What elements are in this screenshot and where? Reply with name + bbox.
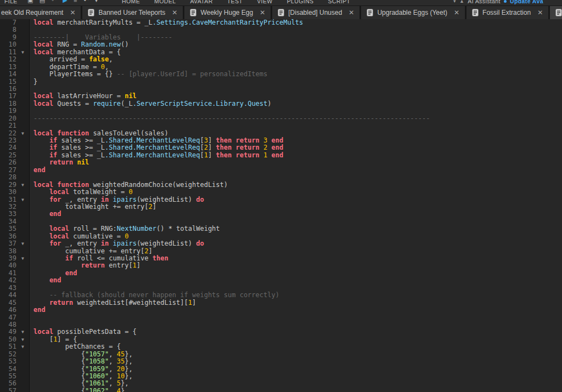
line-number[interactable]: 47 — [0, 314, 16, 321]
gutter[interactable]: 20 — [0, 115, 30, 122]
line-number[interactable]: 36 — [0, 233, 16, 240]
gutter[interactable]: 9 — [0, 34, 30, 41]
gutter[interactable]: 21 — [0, 122, 30, 129]
gutter[interactable]: 30 — [0, 189, 30, 196]
ribbon-menu-home[interactable]: HOME — [122, 0, 140, 4]
gutter[interactable]: 34 — [0, 218, 30, 225]
tab-weekly-huge-egg[interactable]: Weekly Huge Egg✕ — [184, 6, 271, 19]
line-number[interactable]: 20 — [0, 115, 16, 122]
line-number[interactable]: 53 — [0, 358, 16, 365]
line-number[interactable]: 25 — [0, 152, 16, 159]
line-number[interactable]: 11 — [0, 49, 16, 56]
gutter[interactable]: 45 — [0, 299, 30, 306]
gutter[interactable]: 57 — [0, 388, 30, 392]
close-icon[interactable]: ✕ — [260, 9, 265, 16]
line-number[interactable]: 19 — [0, 107, 16, 115]
close-icon[interactable]: ✕ — [70, 9, 75, 16]
line-number[interactable]: 26 — [0, 159, 16, 166]
line-number[interactable]: 17 — [0, 93, 16, 100]
line-number[interactable]: 40 — [0, 262, 16, 269]
gutter[interactable]: 55 — [0, 373, 30, 380]
gutter[interactable]: 52 — [0, 351, 30, 358]
fold-arrow-icon[interactable]: ▼ — [16, 181, 29, 189]
gutter[interactable]: 46 — [0, 306, 30, 314]
undo-disabled-icon[interactable]: ↶ — [52, 0, 57, 4]
tab-disabled-unused[interactable]: [Disabled] Unused✕ — [272, 6, 359, 19]
gutter[interactable]: 47 — [0, 314, 30, 321]
gutter[interactable]: 36 — [0, 233, 30, 240]
play-icon[interactable]: ▶ — [63, 0, 68, 4]
line-number[interactable]: 45 — [0, 299, 16, 306]
close-icon[interactable]: ✕ — [349, 9, 354, 16]
gutter[interactable]: 44 — [0, 292, 30, 299]
gutter[interactable]: 17 — [0, 93, 30, 100]
line-number[interactable]: 35 — [0, 225, 16, 232]
close-icon[interactable]: ✕ — [172, 9, 177, 16]
close-icon[interactable]: ✕ — [454, 9, 459, 16]
line-number[interactable]: 15 — [0, 78, 16, 86]
tab-upgradable-eggs-yeet[interactable]: Upgradable Eggs (Yeet)✕ — [361, 6, 465, 19]
ribbon-menu-script[interactable]: SCRIPT — [328, 0, 351, 4]
line-number[interactable]: 46 — [0, 306, 16, 314]
fold-arrow-icon[interactable]: ▼ — [16, 196, 29, 203]
gutter[interactable]: 25 — [0, 152, 30, 159]
line-number[interactable]: 52 — [0, 351, 16, 358]
gutter[interactable]: 16 — [0, 86, 30, 93]
ribbon-menu-plugins[interactable]: PLUGINS — [287, 0, 314, 4]
line-number[interactable]: 39 — [0, 255, 16, 262]
tab-fossil-extraction[interactable]: Fossil Extraction✕ — [467, 6, 548, 19]
gutter[interactable]: 11▼ — [0, 49, 30, 56]
line-number[interactable]: 48 — [0, 321, 16, 328]
line-number[interactable]: 32 — [0, 203, 16, 211]
line-number[interactable]: 22 — [0, 130, 16, 137]
line-number[interactable]: 43 — [0, 285, 16, 292]
close-icon[interactable]: ✕ — [537, 9, 543, 16]
gutter[interactable]: 12 — [0, 56, 30, 63]
gutter[interactable]: 26 — [0, 159, 30, 166]
line-number[interactable]: 12 — [0, 56, 16, 63]
fold-arrow-icon[interactable]: ▼ — [16, 328, 29, 336]
gutter[interactable]: 41 — [0, 270, 30, 277]
gutter[interactable]: 56 — [0, 380, 30, 387]
line-number[interactable]: 30 — [0, 189, 16, 196]
undo-icon[interactable]: ↶ — [83, 0, 89, 4]
gutter[interactable]: 8 — [0, 26, 30, 33]
gutter[interactable]: 24 — [0, 144, 30, 151]
line-number[interactable]: 31 — [0, 196, 16, 203]
gutter[interactable]: 10 — [0, 41, 30, 48]
line-number[interactable]: 23 — [0, 137, 16, 144]
fold-arrow-icon[interactable]: ▼ — [16, 240, 29, 247]
ribbon-menu-avatar[interactable]: AVATAR — [190, 0, 212, 4]
line-number[interactable]: 33 — [0, 211, 16, 218]
gutter[interactable]: 29▼ — [0, 181, 30, 189]
line-number[interactable]: 34 — [0, 218, 16, 225]
line-number[interactable]: 42 — [0, 277, 16, 284]
chevron-down-icon[interactable]: ▾ — [453, 0, 456, 4]
line-number[interactable]: 28 — [0, 174, 16, 181]
gutter[interactable]: 14 — [0, 71, 30, 78]
paste-icon[interactable]: ▤ — [40, 0, 46, 4]
gutter[interactable]: 54 — [0, 366, 30, 373]
gutter[interactable]: 49▼ — [0, 328, 30, 336]
gutter[interactable]: 40 — [0, 262, 30, 269]
stop-icon[interactable]: ■ — [74, 0, 77, 4]
gutter[interactable]: 39▼ — [0, 255, 30, 262]
gutter[interactable]: 33 — [0, 211, 30, 218]
line-number[interactable]: 8 — [0, 26, 16, 33]
gutter[interactable]: 42 — [0, 277, 30, 284]
line-number[interactable]: 27 — [0, 167, 16, 174]
script-editor-cave-merchant[interactable]: 7local merchantRarityMults = _L.Settings… — [0, 19, 562, 392]
line-number[interactable]: 49 — [0, 328, 16, 336]
gutter[interactable]: 22▼ — [0, 130, 30, 137]
line-number[interactable]: 18 — [0, 100, 16, 107]
tab-eek-old-requirement[interactable]: eek Old Requirement✕ — [0, 6, 81, 19]
gutter[interactable]: 48 — [0, 321, 30, 328]
fold-arrow-icon[interactable]: ▼ — [16, 343, 29, 350]
gutter[interactable]: 19 — [0, 107, 30, 115]
gutter[interactable]: 31▼ — [0, 196, 30, 203]
fold-arrow-icon[interactable]: ▼ — [16, 336, 29, 343]
tab-cave-merchant[interactable]: Cave Merchant✕ — [550, 6, 562, 19]
gutter[interactable]: 32 — [0, 203, 30, 211]
fold-arrow-icon[interactable]: ▼ — [16, 255, 29, 262]
line-number[interactable]: 10 — [0, 41, 16, 48]
